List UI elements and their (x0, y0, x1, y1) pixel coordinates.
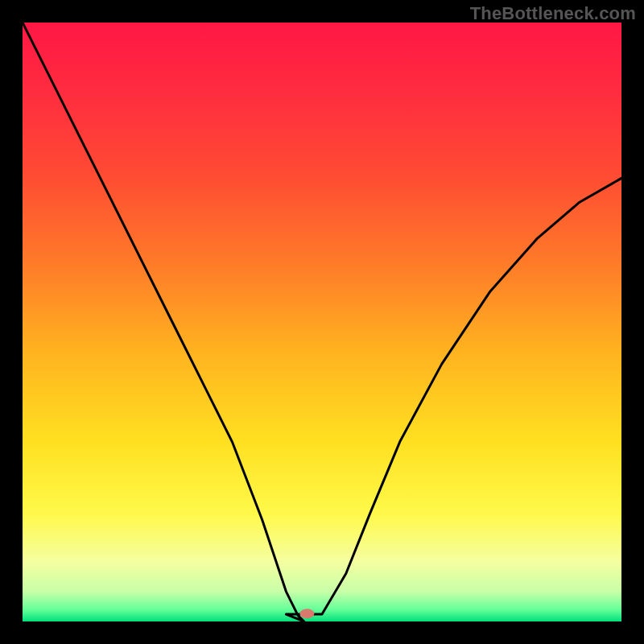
chart-frame: TheBottleneck.com (0, 0, 644, 644)
bottleneck-chart (23, 23, 621, 621)
gradient-background (23, 23, 621, 621)
watermark-text: TheBottleneck.com (470, 3, 636, 24)
optimal-point-marker (299, 609, 314, 618)
